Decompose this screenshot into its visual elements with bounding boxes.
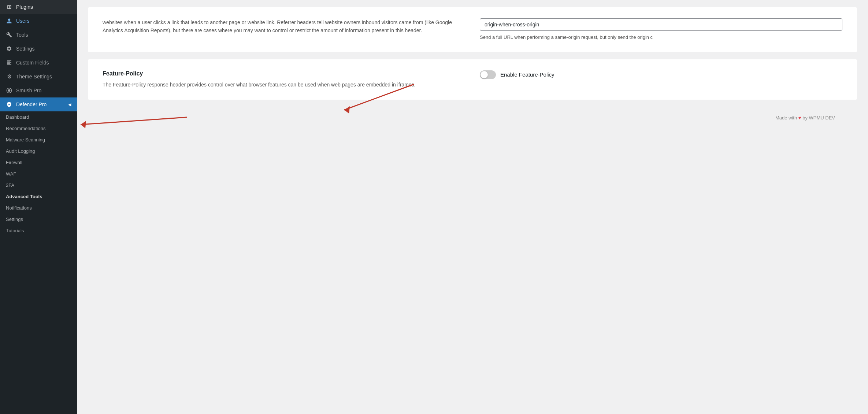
heart-icon: ♥ [798, 115, 802, 121]
sidebar-item-plugins[interactable]: ⊞ Plugins [0, 0, 77, 14]
tools-icon [6, 32, 12, 38]
sidebar-sub-notifications[interactable]: Notifications [0, 202, 77, 214]
enable-feature-policy-toggle[interactable] [480, 70, 496, 79]
main-content: websites when a user clicks a link that … [77, 0, 868, 414]
sidebar-sub-2fa[interactable]: 2FA [0, 180, 77, 191]
sidebar-item-defender-pro[interactable]: Defender Pro ◀ [0, 97, 77, 111]
referrer-input[interactable] [480, 18, 842, 31]
sidebar-item-custom-fields[interactable]: Custom Fields [0, 56, 77, 70]
sidebar-sub-firewall[interactable]: Firewall [0, 157, 77, 168]
sidebar-label-users: Users [16, 18, 30, 24]
sidebar-sub-waf[interactable]: WAF [0, 168, 77, 180]
sidebar-sub-dashboard[interactable]: Dashboard [0, 111, 77, 123]
feature-policy-description: The Feature-Policy response header provi… [103, 81, 465, 89]
smush-pro-icon [6, 87, 12, 94]
referrer-grid: websites when a user clicks a link that … [103, 18, 842, 41]
referrer-hint: Send a full URL when performing a same-o… [480, 34, 842, 41]
feature-policy-title: Feature-Policy [103, 70, 465, 77]
sidebar-sub-audit-logging[interactable]: Audit Logging [0, 145, 77, 157]
sidebar-sub-malware-scanning[interactable]: Malware Scanning [0, 134, 77, 145]
feature-policy-left: Feature-Policy The Feature-Policy respon… [103, 70, 465, 89]
users-icon [6, 18, 12, 24]
referrer-description: websites when a user clicks a link that … [103, 18, 465, 41]
sidebar-item-smush-pro[interactable]: Smush Pro [0, 84, 77, 97]
referrer-right: Send a full URL when performing a same-o… [480, 18, 842, 41]
sidebar-label-settings: Settings [16, 46, 35, 52]
feature-policy-right: Enable Feature-Policy [480, 70, 842, 89]
settings-icon [6, 45, 12, 52]
svg-point-1 [8, 89, 11, 92]
referrer-card: websites when a user clicks a link that … [88, 7, 857, 52]
svg-marker-3 [81, 121, 86, 128]
sidebar-sub-advanced-tools[interactable]: Advanced Tools [0, 191, 77, 202]
made-with-text: Made with ♥ by WPMU DEV [775, 115, 835, 121]
feature-policy-card: Feature-Policy The Feature-Policy respon… [88, 59, 857, 100]
sidebar-label-theme-settings: Theme Settings [16, 74, 52, 80]
sidebar-label-defender-pro: Defender Pro [16, 101, 47, 107]
referrer-text: websites when a user clicks a link that … [103, 18, 465, 35]
toggle-row: Enable Feature-Policy [480, 70, 842, 79]
custom-fields-icon [6, 59, 12, 66]
defender-pro-icon [6, 101, 12, 108]
sidebar: ⊞ Plugins Users Tools Settings Custom Fi… [0, 0, 77, 414]
footer-area: Made with ♥ by WPMU DEV [88, 107, 857, 128]
toggle-label: Enable Feature-Policy [500, 71, 554, 78]
sidebar-item-tools[interactable]: Tools [0, 28, 77, 42]
sidebar-sub-recommendations[interactable]: Recommendations [0, 123, 77, 134]
sidebar-item-theme-settings[interactable]: ⚙ Theme Settings [0, 70, 77, 84]
feature-policy-grid: Feature-Policy The Feature-Policy respon… [103, 70, 842, 89]
theme-settings-icon: ⚙ [6, 73, 12, 80]
sidebar-label-plugins: Plugins [16, 4, 33, 10]
plugins-icon: ⊞ [6, 4, 12, 10]
sidebar-item-users[interactable]: Users [0, 14, 77, 28]
sidebar-sub-tutorials[interactable]: Tutorials [0, 225, 77, 236]
sidebar-item-settings[interactable]: Settings [0, 42, 77, 56]
sidebar-label-custom-fields: Custom Fields [16, 60, 49, 66]
sidebar-label-smush-pro: Smush Pro [16, 88, 41, 93]
defender-arrow: ◀ [68, 102, 71, 107]
sidebar-sub-settings[interactable]: Settings [0, 214, 77, 225]
sidebar-label-tools: Tools [16, 32, 28, 38]
